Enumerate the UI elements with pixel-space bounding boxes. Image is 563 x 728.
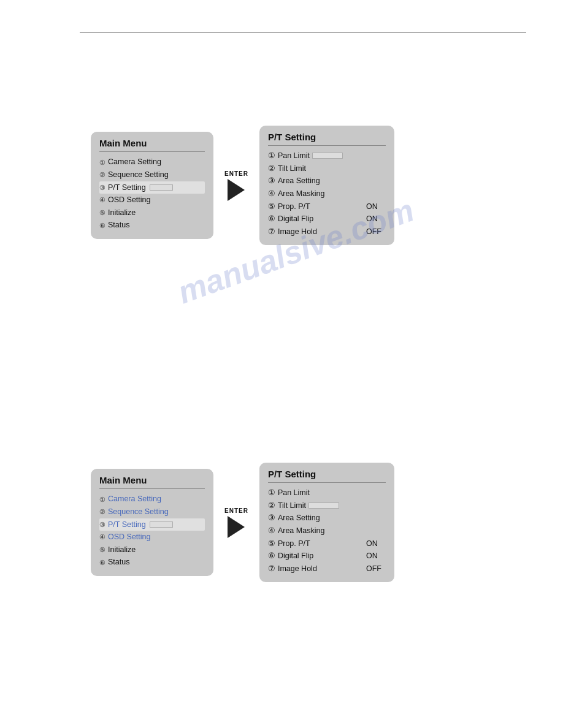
pt-area-setting-bottom: ③ Area Setting [268,512,386,525]
main-menu-panel-bottom: Main Menu ① Camera Setting ② Sequence Se… [91,469,213,576]
pt-image-hold-value-top: OFF [366,226,386,238]
pt-pan-limit-top: ① Pan Limit [268,150,386,162]
pt-image-hold-value-bottom: OFF [366,563,386,575]
arrow-shape-bottom [228,516,245,538]
main-menu-title-top: Main Menu [99,138,205,152]
pt-highlight-bar-top [150,184,173,191]
pt-area-setting-top: ③ Area Setting [268,175,386,188]
main-menu-panel-top: Main Menu ① Camera Setting ② Sequence Se… [91,132,213,239]
diagram-top: Main Menu ① Camera Setting ② Sequence Se… [91,126,394,245]
pt-tilt-limit-top: ② Tilt Limit [268,162,386,175]
menu-item-status-top: ⑥ Status [99,219,205,232]
diagram-bottom: Main Menu ① Camera Setting ② Sequence Se… [91,463,394,582]
menu-item-osd-bottom: ④ OSD Setting [99,531,205,544]
pt-prop-bottom: ⑤ Prop. P/T ON [268,537,386,550]
pt-setting-panel-bottom: P/T Setting ① Pan Limit ② Tilt Limit ③ A… [259,463,394,582]
pt-prop-top: ⑤ Prop. P/T ON [268,200,386,213]
menu-item-status-bottom: ⑥ Status [99,556,205,569]
pt-area-masking-top: ④ Area Masking [268,188,386,200]
arrow-shape-top [228,179,245,201]
menu-item-init-bottom: ⑤ Initialize [99,544,205,556]
pt-digital-flip-value-top: ON [366,213,386,226]
menu-item-pt-top: ③ P/T Setting [99,181,205,194]
pt-digital-flip-top: ⑥ Digital Flip ON [268,213,386,226]
menu-item-osd-top: ④ OSD Setting [99,194,205,207]
menu-item-init-top: ⑤ Initialize [99,207,205,219]
pt-setting-panel-top: P/T Setting ① Pan Limit ② Tilt Limit ③ A… [259,126,394,245]
enter-arrow-bottom: ENTER [224,507,248,538]
pt-pan-limit-bottom: ① Pan Limit [268,487,386,499]
enter-label-top: ENTER [224,170,248,177]
pt-setting-title-top: P/T Setting [268,132,386,146]
pt-digital-flip-value-bottom: ON [366,550,386,563]
enter-arrow-top: ENTER [224,170,248,201]
menu-item-sequence-top: ② Sequence Setting [99,169,205,181]
pt-prop-value-top: ON [366,200,386,213]
pt-tilt-limit-bottom: ② Tilt Limit [268,499,386,512]
main-menu-title-bottom: Main Menu [99,475,205,489]
menu-item-pt-bottom: ③ P/T Setting [99,518,205,531]
tilt-limit-bar-bottom [308,502,339,509]
pt-digital-flip-bottom: ⑥ Digital Flip ON [268,550,386,563]
pt-setting-title-bottom: P/T Setting [268,469,386,483]
enter-label-bottom: ENTER [224,507,248,514]
pt-image-hold-top: ⑦ Image Hold OFF [268,226,386,238]
top-rule [80,32,526,32]
pt-area-masking-bottom: ④ Area Masking [268,525,386,537]
pt-image-hold-bottom: ⑦ Image Hold OFF [268,563,386,575]
menu-item-sequence-bottom: ② Sequence Setting [99,506,205,518]
menu-item-camera-top: ① Camera Setting [99,156,205,169]
pt-highlight-bar-bottom [150,521,173,528]
pt-prop-value-bottom: ON [366,537,386,550]
menu-item-camera-bottom: ① Camera Setting [99,493,205,506]
pan-limit-bar-top [312,153,343,159]
